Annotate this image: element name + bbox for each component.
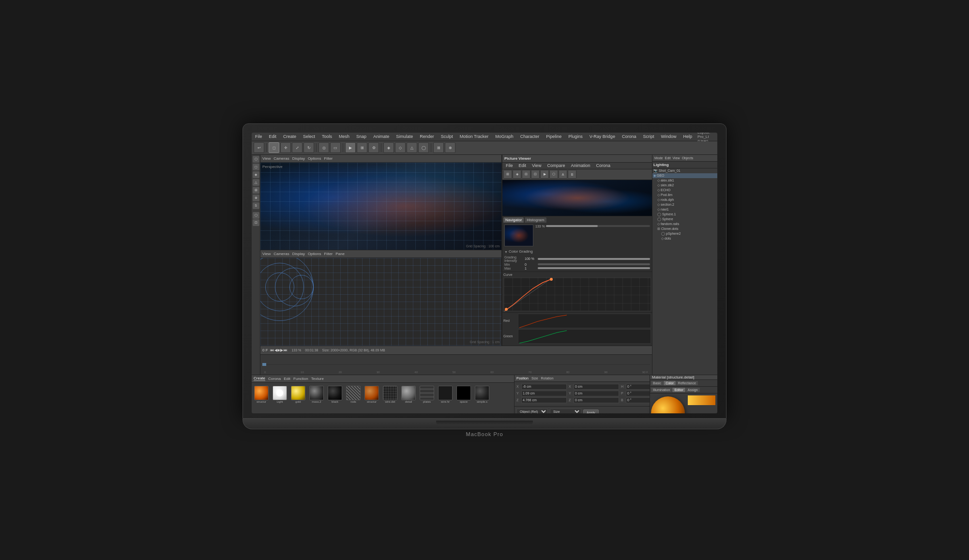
axis-tool[interactable]: ⊕ bbox=[445, 142, 455, 153]
pv-animation[interactable]: Animation bbox=[569, 163, 591, 168]
vp-view-menu[interactable]: View bbox=[262, 156, 271, 161]
me-subtab-assign[interactable]: Assign bbox=[686, 388, 700, 392]
menu-corona[interactable]: Corona bbox=[621, 134, 638, 139]
mat-item-wire[interactable]: wire.det bbox=[382, 386, 398, 403]
menu-simulate[interactable]: Simulate bbox=[394, 134, 414, 139]
mat-tab-corona[interactable]: Corona bbox=[268, 377, 281, 381]
mat-item-space[interactable]: space bbox=[456, 386, 471, 403]
vp-filter-menu[interactable]: Filter bbox=[324, 156, 333, 161]
tree-rods[interactable]: ◇ rods.dph bbox=[656, 197, 717, 202]
left-icon-7[interactable]: S bbox=[253, 202, 259, 209]
mat-item-simple[interactable]: simple.s bbox=[474, 386, 490, 403]
menu-tools[interactable]: Tools bbox=[320, 134, 333, 139]
tree-skin[interactable]: ◇ skin.stk2 bbox=[656, 183, 717, 188]
left-icon-4[interactable]: △ bbox=[253, 179, 259, 186]
pv-compare[interactable]: Compare bbox=[545, 163, 566, 168]
mat-item-mass[interactable]: mass.2 bbox=[309, 386, 324, 403]
tree-geo[interactable]: ◈ GEO bbox=[652, 173, 717, 178]
view-obj-btn[interactable]: View bbox=[673, 156, 680, 160]
tree-fandom[interactable]: ◇ fandom.rails bbox=[656, 222, 717, 227]
render-btn[interactable]: ▶ bbox=[345, 142, 356, 153]
menu-render[interactable]: Render bbox=[418, 134, 436, 139]
tree-pod[interactable]: ◇ Pod.8m bbox=[656, 193, 717, 197]
top-vp-options-menu[interactable]: Options bbox=[308, 252, 321, 256]
menu-vray[interactable]: V-Ray Bridge bbox=[588, 134, 617, 139]
menu-mesh[interactable]: Mesh bbox=[337, 134, 351, 139]
vp-cameras-menu[interactable]: Cameras bbox=[273, 156, 289, 161]
left-icon-6[interactable]: ⊗ bbox=[253, 195, 259, 201]
pos-z-input[interactable] bbox=[521, 397, 567, 403]
coord-system-select[interactable]: Object (Rel) World bbox=[516, 409, 548, 413]
left-icon-5[interactable]: ⊞ bbox=[253, 187, 259, 194]
pv-tool-5[interactable]: ▶ bbox=[540, 170, 549, 179]
play-back-btn[interactable]: ◀ bbox=[274, 348, 277, 352]
apply-button[interactable]: Apply bbox=[583, 409, 599, 413]
mat-item-plates[interactable]: plates bbox=[419, 386, 435, 403]
mat-item-detail[interactable]: detail bbox=[401, 386, 416, 403]
menu-snap[interactable]: Snap bbox=[355, 134, 368, 139]
menu-sculpt[interactable]: Sculpt bbox=[439, 134, 454, 139]
menu-help[interactable]: Help bbox=[681, 134, 694, 139]
left-icon-8[interactable]: ⬡ bbox=[253, 212, 259, 219]
mat-tab-create[interactable]: Create bbox=[254, 376, 265, 381]
size-mode-select[interactable]: Size bbox=[550, 409, 581, 413]
mat-item-structur[interactable]: structur bbox=[254, 386, 269, 403]
pv-view[interactable]: View bbox=[530, 163, 543, 168]
mat-item-light[interactable]: Light bbox=[272, 386, 288, 403]
size-y-input[interactable] bbox=[574, 391, 619, 396]
zoom-slider[interactable] bbox=[546, 225, 650, 227]
edit-obj-btn[interactable]: Edit bbox=[665, 156, 671, 160]
grading-max-slider[interactable] bbox=[538, 267, 650, 269]
tree-echo[interactable]: ◇ ECHO bbox=[656, 188, 717, 193]
mat-item-wire2[interactable]: wire.hr bbox=[438, 386, 453, 403]
left-icon-9[interactable]: ⊡ bbox=[253, 219, 259, 226]
perspective-viewport[interactable]: Grid Spacing : 100 cm bbox=[260, 163, 501, 250]
menu-edit[interactable]: Edit bbox=[268, 134, 278, 139]
menu-motion-tracker[interactable]: Motion Tracker bbox=[458, 134, 490, 139]
mat-tab-edit[interactable]: Edit bbox=[284, 377, 290, 381]
play-btn[interactable]: ▶ bbox=[280, 348, 283, 352]
histogram-tab[interactable]: Histogram bbox=[525, 217, 546, 223]
pv-tool-7[interactable]: A bbox=[559, 170, 567, 179]
vp-display-menu[interactable]: Display bbox=[292, 156, 305, 161]
menu-select[interactable]: Select bbox=[302, 134, 317, 139]
stop-btn[interactable]: ■ bbox=[278, 348, 280, 352]
me-tab-color[interactable]: Color bbox=[664, 381, 676, 385]
grading-intensity-slider[interactable] bbox=[538, 258, 650, 260]
rotation-tab[interactable]: Rotation bbox=[541, 377, 554, 380]
mat-item-black[interactable]: black bbox=[327, 386, 343, 403]
render-settings[interactable]: ⚙ bbox=[368, 142, 379, 153]
snap-tool[interactable]: ⊞ bbox=[433, 142, 444, 153]
left-icon-1[interactable]: ⬡ bbox=[253, 156, 259, 163]
tree-psphere2[interactable]: ◯ pSphere2 bbox=[660, 231, 717, 236]
tree-navi[interactable]: ◇ navi1 bbox=[656, 207, 717, 212]
tree-sphere[interactable]: ◯ Sphere bbox=[656, 217, 717, 222]
pv-tool-8[interactable]: B bbox=[568, 170, 576, 179]
navigator-tab[interactable]: Navigator bbox=[503, 217, 524, 223]
undo-button[interactable]: ↩ bbox=[254, 142, 264, 153]
pv-edit[interactable]: Edit bbox=[517, 163, 528, 168]
rect-selection[interactable]: ▭ bbox=[330, 142, 341, 153]
render-to-viewer[interactable]: ⊞ bbox=[357, 142, 367, 153]
objects-btn[interactable]: Objects bbox=[682, 156, 694, 160]
mode-btn[interactable]: Mode bbox=[654, 156, 663, 160]
obj-tool-1[interactable]: ◈ bbox=[383, 142, 394, 153]
menu-plugins[interactable]: Plugins bbox=[567, 134, 584, 139]
pv-file[interactable]: File bbox=[504, 163, 515, 168]
pv-tool-2[interactable]: ◈ bbox=[513, 170, 521, 179]
tree-sphere1[interactable]: ◯ Sphere.1 bbox=[656, 212, 717, 217]
tree-alex[interactable]: ◇ alex.stk1 bbox=[656, 178, 717, 183]
menu-character[interactable]: Character bbox=[519, 134, 541, 139]
menu-window[interactable]: Window bbox=[659, 134, 678, 139]
top-vp-filter-menu[interactable]: Filter bbox=[324, 252, 333, 256]
live-selection[interactable]: ◎ bbox=[318, 142, 329, 153]
pv-tool-6[interactable]: ⬡ bbox=[549, 170, 558, 179]
mat-tab-texture[interactable]: Texture bbox=[311, 377, 324, 381]
menu-mograph[interactable]: MoGraph bbox=[494, 134, 515, 139]
top-vp-cameras-menu[interactable]: Cameras bbox=[273, 252, 289, 256]
curve-canvas[interactable] bbox=[503, 277, 651, 311]
select-tool[interactable]: ◻ bbox=[269, 142, 279, 153]
pv-corona[interactable]: Corona bbox=[594, 163, 612, 168]
menu-pipeline[interactable]: Pipeline bbox=[545, 134, 563, 139]
size-tab[interactable]: Size bbox=[531, 377, 538, 380]
